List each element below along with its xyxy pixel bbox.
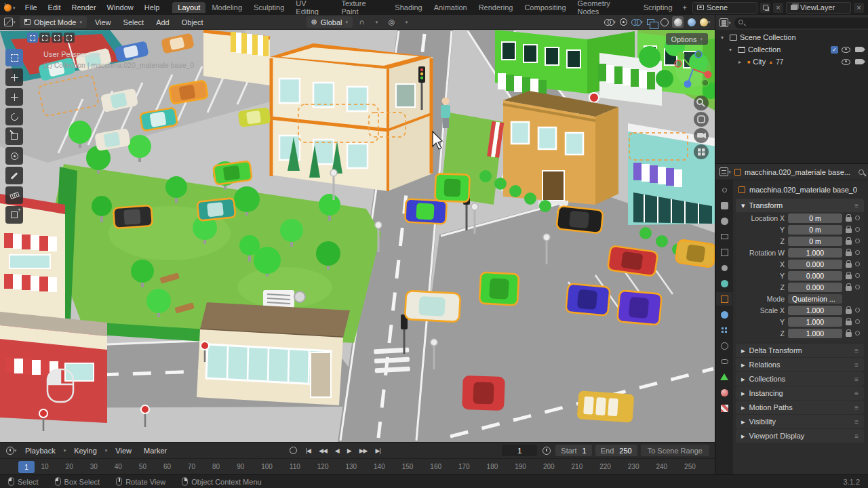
rotate-tool[interactable] bbox=[5, 108, 23, 125]
transform-panel-header[interactable]: Transform ≡ bbox=[736, 199, 864, 212]
tab-tool[interactable] bbox=[716, 199, 732, 212]
menu-help[interactable]: Help bbox=[140, 3, 165, 12]
value-field[interactable]: 0.000 bbox=[788, 283, 842, 292]
menu-object[interactable]: Object bbox=[178, 18, 208, 26]
eye-icon[interactable] bbox=[842, 47, 850, 53]
outliner-editor-type-button[interactable]: ▾ bbox=[719, 17, 731, 28]
to-scene-range-button[interactable]: To Scene Range bbox=[641, 445, 709, 456]
tab-shading[interactable]: Shading bbox=[389, 2, 427, 13]
menu-edit[interactable]: Edit bbox=[43, 3, 66, 12]
tab-compositing[interactable]: Compositing bbox=[519, 2, 571, 13]
scene-selector[interactable]: Scene bbox=[692, 2, 757, 14]
tab-object-data[interactable] bbox=[716, 370, 732, 384]
keyframe-dot[interactable] bbox=[855, 227, 860, 232]
value-field[interactable]: 0 m bbox=[788, 225, 842, 235]
building-tan[interactable] bbox=[487, 91, 618, 205]
lock-icon[interactable] bbox=[846, 286, 852, 291]
current-frame-field[interactable]: 1 bbox=[502, 445, 537, 456]
tab-rendering[interactable]: Rendering bbox=[473, 2, 519, 13]
properties-section-row[interactable]: Delta Transform ≡ bbox=[736, 344, 864, 357]
playback-sync-button[interactable] bbox=[540, 445, 552, 456]
keyframe-dot[interactable] bbox=[855, 216, 860, 220]
select-mode-invert-button[interactable] bbox=[64, 33, 75, 43]
timeline-editor-type-button[interactable]: ▾ bbox=[5, 445, 17, 456]
transform-orientation-dropdown[interactable]: ⊕ Global ▾ bbox=[307, 16, 353, 28]
proportional-edit-toggle[interactable]: ◎ bbox=[386, 16, 397, 28]
value-field[interactable]: 0 m bbox=[788, 237, 842, 246]
outliner-row-city[interactable]: ■ City ▲ 77 bbox=[715, 56, 868, 68]
properties-section-row[interactable]: Instancing ≡ bbox=[736, 386, 864, 400]
value-field[interactable]: 0.000 bbox=[788, 260, 842, 269]
jump-to-end-button[interactable]: ▶| bbox=[372, 447, 384, 455]
value-field[interactable]: 0 m bbox=[788, 214, 842, 223]
value-field[interactable]: 1.000 bbox=[788, 329, 842, 338]
tab-scripting[interactable]: Scripting bbox=[638, 2, 678, 13]
car[interactable] bbox=[462, 375, 505, 411]
editor-type-button[interactable]: ▾ bbox=[4, 16, 16, 28]
properties-section-row[interactable]: Relations ≡ bbox=[736, 358, 864, 371]
disclosure-icon[interactable] bbox=[729, 47, 735, 53]
properties-section-row[interactable]: Collections ≡ bbox=[736, 372, 864, 386]
annotate-tool[interactable] bbox=[5, 167, 23, 184]
tab-constraints[interactable] bbox=[716, 354, 732, 368]
object-type-visibility-dropdown[interactable]: ▾ bbox=[604, 16, 616, 28]
tab-search[interactable] bbox=[716, 183, 732, 197]
lock-icon[interactable] bbox=[846, 251, 852, 256]
lock-icon[interactable] bbox=[846, 228, 852, 233]
show-gizmo-toggle[interactable] bbox=[618, 16, 629, 28]
viewlayer-selector[interactable]: ViewLayer bbox=[786, 2, 851, 14]
value-field[interactable]: 0.000 bbox=[788, 271, 842, 281]
tab-render[interactable] bbox=[716, 214, 732, 228]
snap-toggle[interactable]: ∩ bbox=[356, 16, 368, 28]
keyframe-dot[interactable] bbox=[855, 273, 860, 278]
tab-modifiers[interactable] bbox=[716, 308, 732, 321]
shading-solid-button[interactable] bbox=[672, 16, 684, 28]
menu-select[interactable]: Select bbox=[119, 18, 149, 26]
tab-layout[interactable]: Layout bbox=[172, 2, 205, 13]
add-workspace-button[interactable]: + bbox=[679, 3, 691, 12]
tab-modeling[interactable]: Modeling bbox=[206, 2, 248, 13]
move-tool[interactable] bbox=[5, 88, 23, 106]
tab-viewlayer[interactable] bbox=[716, 245, 732, 259]
next-keyframe-button[interactable]: ▶▶ bbox=[356, 447, 371, 455]
panel-grip-icon[interactable]: ≡ bbox=[854, 202, 859, 209]
select-mode-subtract-button[interactable] bbox=[52, 33, 62, 43]
keyframe-dot[interactable] bbox=[855, 285, 860, 289]
car-selected[interactable] bbox=[435, 174, 469, 202]
tab-animation[interactable]: Animation bbox=[429, 2, 473, 13]
proportional-falloff-dropdown[interactable]: ▾ bbox=[401, 16, 412, 28]
shading-rendered-button[interactable]: ▾ bbox=[699, 16, 711, 28]
tab-particles[interactable] bbox=[716, 323, 732, 337]
outliner-row-scene-collection[interactable]: Scene Collection bbox=[715, 31, 868, 43]
select-mode-new-button[interactable] bbox=[27, 33, 38, 43]
bus[interactable] bbox=[577, 390, 635, 423]
menu-file[interactable]: File bbox=[20, 3, 42, 12]
lock-icon[interactable] bbox=[846, 274, 852, 279]
lock-icon[interactable] bbox=[846, 332, 852, 337]
lock-icon[interactable] bbox=[846, 240, 852, 245]
pan-hand-button[interactable] bbox=[694, 112, 709, 127]
menu-window[interactable]: Window bbox=[102, 3, 138, 12]
rotation-mode-dropdown[interactable]: Quaternion ... bbox=[788, 294, 842, 304]
frame-start-field[interactable]: Start 1 bbox=[555, 445, 591, 456]
zoom-button[interactable] bbox=[694, 96, 709, 110]
building-bottom-left-red[interactable] bbox=[0, 312, 107, 423]
play-button[interactable]: ▶ bbox=[344, 447, 355, 455]
snap-dropdown[interactable]: ▾ bbox=[371, 16, 382, 28]
car-selected[interactable] bbox=[566, 283, 610, 315]
outliner-search-input[interactable] bbox=[734, 18, 868, 28]
properties-section-row[interactable]: Viewport Display ≡ bbox=[736, 429, 864, 443]
menu-add[interactable]: Add bbox=[152, 18, 174, 26]
cursor-tool[interactable] bbox=[5, 68, 23, 86]
scale-tool[interactable] bbox=[5, 127, 23, 145]
menu-keying[interactable]: Keying bbox=[70, 447, 101, 455]
properties-section-row[interactable]: Visibility ≡ bbox=[736, 415, 864, 428]
camera-render-icon[interactable] bbox=[855, 59, 863, 64]
disclosure-icon[interactable] bbox=[721, 35, 727, 41]
car-selected[interactable] bbox=[113, 205, 153, 228]
auto-keying-toggle[interactable] bbox=[290, 447, 297, 454]
viewport-scene-3d[interactable] bbox=[0, 30, 715, 442]
xray-toggle[interactable] bbox=[645, 16, 656, 28]
car-selected[interactable] bbox=[556, 206, 603, 234]
keyframe-dot[interactable] bbox=[855, 331, 860, 336]
